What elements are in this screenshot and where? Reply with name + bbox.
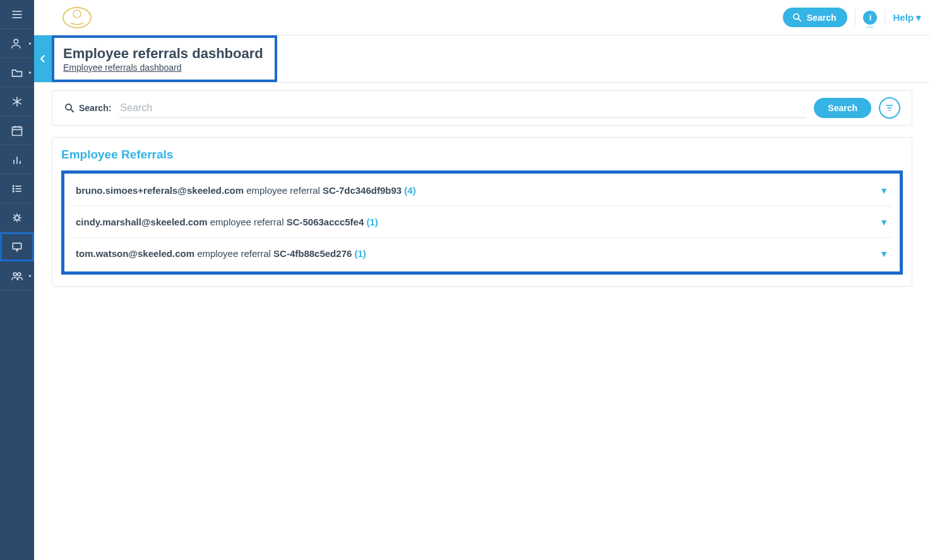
referral-text: bruno.simoes+referals@skeeled.com employ… [76, 185, 416, 196]
divider [855, 9, 855, 26]
search-icon [792, 12, 802, 23]
global-search-label: Search [807, 13, 837, 23]
search-button[interactable]: Search [814, 98, 871, 118]
help-label: Help [893, 12, 914, 23]
referral-email: cindy.marshall@skeeled.com [76, 217, 208, 227]
referral-count: (4) [402, 185, 416, 196]
breadcrumb[interactable]: Employee referrals dashboard [63, 63, 182, 73]
chevron-right-icon: ▸ [29, 40, 32, 46]
sidebar: ▸ ▸ ▸ [0, 0, 34, 560]
page-title: Employee referrals dashboard [63, 45, 263, 62]
page-header-wrap: Employee referrals dashboard Employee re… [34, 35, 930, 83]
svg-point-30 [13, 273, 16, 276]
referral-code: SC-4fb88c5ed276 [273, 248, 352, 259]
calendar-icon [11, 124, 23, 137]
search-icon [64, 102, 75, 114]
sidebar-bug[interactable] [0, 203, 34, 232]
chevron-down-icon: ▼ [879, 217, 888, 227]
sidebar-reports[interactable] [0, 145, 34, 174]
svg-point-16 [13, 188, 14, 189]
section-title: Employee Referrals [61, 148, 903, 162]
svg-point-31 [18, 273, 21, 276]
sidebar-star[interactable] [0, 87, 34, 116]
svg-point-18 [13, 191, 14, 192]
people-icon [11, 270, 23, 282]
svg-point-34 [794, 14, 799, 19]
referral-text: tom.watson@skeeled.com employee referral… [76, 248, 366, 259]
svg-point-20 [15, 215, 20, 220]
svg-point-33 [73, 10, 81, 18]
divider [885, 9, 885, 26]
sidebar-folders[interactable]: ▸ [0, 58, 34, 87]
svg-line-27 [14, 219, 16, 221]
bug-icon [11, 211, 23, 224]
referral-count: (1) [364, 217, 378, 227]
collapse-left-button[interactable] [34, 35, 52, 82]
referrals-list: bruno.simoes+referals@skeeled.com employ… [61, 170, 903, 275]
sidebar-referrals[interactable] [0, 232, 34, 261]
referral-row[interactable]: tom.watson@skeeled.com employee referral… [72, 238, 892, 269]
svg-line-35 [798, 19, 801, 21]
referral-code: SC-7dc346df9b93 [323, 185, 402, 196]
main: Search i Help ▾ Employee referrals dashb… [34, 0, 930, 560]
svg-line-28 [19, 215, 21, 217]
search-input[interactable] [119, 98, 806, 118]
info-button[interactable]: i [863, 11, 877, 25]
sidebar-calendar[interactable] [0, 116, 34, 145]
chevron-down-icon: ▾ [916, 12, 921, 23]
bar-chart-icon [11, 153, 23, 166]
search-panel: Search: Search [52, 90, 912, 126]
svg-point-36 [66, 104, 71, 110]
chat-icon [11, 241, 23, 253]
sidebar-team[interactable]: ▸ [0, 261, 34, 290]
chevron-left-icon [37, 53, 49, 64]
referral-middle: employee referral [208, 217, 287, 227]
chevron-down-icon: ▼ [879, 186, 888, 196]
help-menu[interactable]: Help ▾ [893, 12, 921, 23]
referral-count: (1) [352, 248, 366, 259]
list-icon [11, 182, 23, 195]
svg-point-3 [14, 39, 18, 44]
brand-logo [59, 4, 95, 32]
svg-rect-29 [13, 243, 21, 249]
search-label-group: Search: [64, 102, 111, 114]
content: Search: Search Employee Referrals bruno.… [34, 83, 930, 294]
global-search-button[interactable]: Search [783, 8, 848, 27]
referral-row[interactable]: cindy.marshall@skeeled.com employee refe… [72, 206, 892, 238]
svg-line-26 [19, 219, 21, 221]
folder-icon [11, 66, 23, 79]
page-header: Employee referrals dashboard Employee re… [52, 35, 277, 82]
filter-button[interactable] [879, 97, 900, 119]
referral-email: bruno.simoes+referals@skeeled.com [76, 185, 244, 196]
svg-point-14 [13, 186, 14, 187]
asterisk-icon [11, 95, 23, 108]
chevron-right-icon: ▸ [29, 69, 32, 75]
search-label: Search: [79, 103, 111, 113]
referrals-section: Employee Referrals bruno.simoes+referals… [52, 137, 912, 287]
referral-middle: employee referral [194, 248, 273, 259]
hamburger-icon [11, 8, 23, 21]
logo-icon [59, 4, 95, 32]
chevron-down-icon: ▼ [879, 249, 888, 259]
person-icon [11, 37, 23, 50]
referral-code: SC-5063accc5fe4 [287, 217, 364, 227]
sidebar-list[interactable] [0, 174, 34, 203]
filter-icon [885, 103, 895, 113]
topbar: Search i Help ▾ [34, 0, 930, 35]
referral-middle: employee referral [244, 185, 323, 196]
sidebar-candidates[interactable]: ▸ [0, 29, 34, 58]
referral-row[interactable]: bruno.simoes+referals@skeeled.com employ… [72, 175, 892, 206]
svg-line-25 [14, 215, 16, 217]
sidebar-menu[interactable] [0, 0, 34, 29]
svg-rect-7 [13, 127, 22, 135]
referral-text: cindy.marshall@skeeled.com employee refe… [76, 217, 378, 227]
svg-line-37 [71, 109, 74, 112]
info-icon: i [869, 13, 872, 22]
referral-email: tom.watson@skeeled.com [76, 248, 194, 259]
chevron-right-icon: ▸ [29, 273, 32, 278]
